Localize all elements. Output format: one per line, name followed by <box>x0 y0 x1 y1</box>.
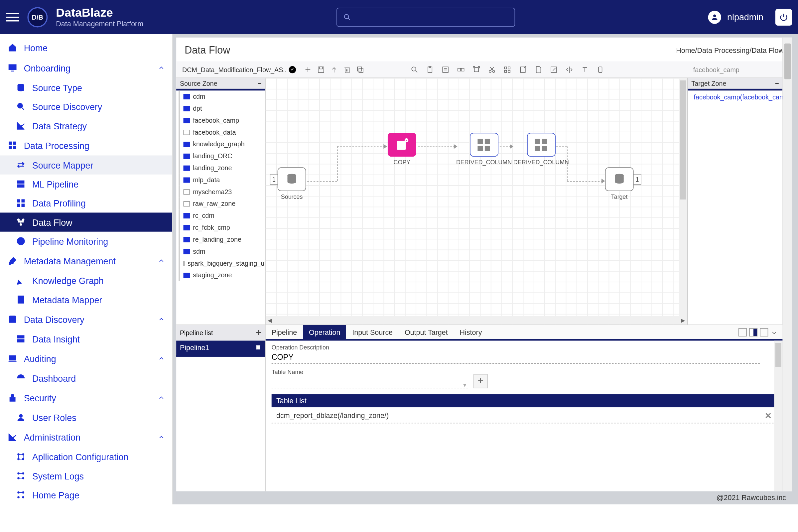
target-tab[interactable]: facebook_camp <box>693 66 789 73</box>
clipboard-icon[interactable] <box>425 64 435 74</box>
add-pipeline-button[interactable]: + <box>256 327 262 338</box>
menu-toggle[interactable] <box>6 10 19 23</box>
logout-button[interactable] <box>775 8 792 25</box>
layout-1-icon[interactable] <box>739 328 747 336</box>
nav-home[interactable]: Home <box>0 38 172 58</box>
source-zone-item[interactable]: knowledge_graph <box>178 138 265 150</box>
folder-icon <box>184 130 190 135</box>
source-zone-item[interactable]: dpt <box>178 102 265 114</box>
tab-operation[interactable]: Operation <box>303 325 346 339</box>
list-icon[interactable] <box>440 64 450 74</box>
nav-home-page[interactable]: Home Page <box>0 486 172 505</box>
source-zone-item[interactable]: myschema23 <box>178 186 265 198</box>
nav-section-metadata[interactable]: Metadata Management <box>0 251 172 271</box>
nav-section-administration[interactable]: Administration <box>0 427 172 447</box>
source-zone-item[interactable]: facebook_camp <box>178 114 265 126</box>
table-name-input[interactable] <box>272 375 468 388</box>
detail-scrollbar[interactable] <box>774 341 782 491</box>
nav-system-logs[interactable]: System Logs <box>0 466 172 485</box>
nav-dashboard[interactable]: Dashboard <box>0 369 172 388</box>
expand-icon[interactable] <box>472 64 481 74</box>
node-derived-column-1[interactable]: DERIVED_COLUMN <box>456 133 512 166</box>
nav-user-roles[interactable]: User Roles <box>0 408 172 427</box>
tab-input-source[interactable]: Input Source <box>346 325 399 339</box>
global-search-input[interactable] <box>337 7 515 26</box>
nav-data-strategy[interactable]: Data Strategy <box>0 116 172 135</box>
nav-source-mapper[interactable]: Source Mapper <box>0 155 172 174</box>
nav-metadata-mapper[interactable]: Metadata Mapper <box>0 290 172 309</box>
file-icon[interactable] <box>533 64 543 74</box>
nav-app-config[interactable]: Apllication Configuration <box>0 447 172 466</box>
source-zone-item[interactable]: staging_zone <box>178 269 265 281</box>
merge-icon[interactable] <box>456 64 466 74</box>
canvas-h-scrollbar[interactable]: ◀▶ <box>266 316 687 324</box>
note-icon[interactable] <box>518 64 528 74</box>
nav-pipeline-monitoring[interactable]: Pipeline Monitoring <box>0 232 172 251</box>
source-zone-item[interactable]: cdm <box>178 91 265 102</box>
nav-source-discovery[interactable]: Source Discovery <box>0 97 172 116</box>
file2-icon[interactable] <box>595 64 605 74</box>
tab-pipeline[interactable]: Pipeline <box>266 325 303 339</box>
main-scrollbar[interactable] <box>782 38 792 491</box>
add-icon[interactable] <box>303 64 313 74</box>
target-zone-item[interactable]: facebook_camp(facebook_camp) <box>688 91 783 103</box>
canvas-v-scrollbar[interactable] <box>679 78 687 316</box>
tab-history[interactable]: History <box>454 325 488 339</box>
save-icon[interactable] <box>317 64 326 74</box>
nav-data-profiling[interactable]: Data Profiling <box>0 193 172 212</box>
source-zone-item[interactable]: landing_zone <box>178 162 265 174</box>
op-desc-input[interactable] <box>272 351 760 364</box>
collapse-icon[interactable]: − <box>258 80 262 87</box>
nav-data-insight[interactable]: Data Insight <box>0 329 172 348</box>
chevron-down-icon[interactable] <box>771 328 779 336</box>
nav-ml-pipeline[interactable]: ML Pipeline <box>0 174 172 193</box>
flow-tab[interactable]: DCM_Data_Modification_Flow_AS.. ✓ <box>180 66 299 73</box>
svg-rect-9 <box>13 141 16 144</box>
nav-section-security[interactable]: Security <box>0 388 172 408</box>
split-h-icon[interactable] <box>564 64 574 74</box>
node-derived-column-2[interactable]: DERIVED_COLUMN <box>513 133 569 166</box>
chevron-up-icon <box>158 63 165 73</box>
add-table-button[interactable]: + <box>474 374 488 388</box>
dropdown-caret-icon[interactable]: ▼ <box>462 382 468 388</box>
nav-section-data-processing[interactable]: Data Processing <box>0 135 172 156</box>
search-icon[interactable] <box>410 64 419 74</box>
nav-section-onboarding[interactable]: Onboarding <box>0 58 172 78</box>
source-zone-panel: Source Zone− cdmdptfacebook_campfacebook… <box>176 78 266 324</box>
upload-icon[interactable] <box>329 64 339 74</box>
source-zone-item[interactable]: facebook_data <box>178 126 265 138</box>
nav-source-type[interactable]: Source Type <box>0 78 172 97</box>
source-zone-item[interactable]: re_landing_zone <box>178 233 265 245</box>
cut-icon[interactable] <box>487 64 496 74</box>
node-copy[interactable]: + COPY <box>388 133 416 166</box>
source-zone-item[interactable]: landing_ORC <box>178 150 265 162</box>
source-zone-item[interactable]: spark_bigquery_staging_us <box>178 258 265 269</box>
source-zone-item[interactable]: rc_cdm <box>178 209 265 222</box>
remove-table-button[interactable]: ✕ <box>765 411 772 421</box>
home-icon <box>7 42 18 53</box>
grid-view-icon[interactable] <box>502 64 512 74</box>
nav-section-auditing[interactable]: Auditing <box>0 348 172 369</box>
layout-2-icon[interactable] <box>749 328 757 336</box>
flow-canvas[interactable]: 1 Sources + COPY DERIVED_COLUMN <box>266 78 687 324</box>
delete-icon[interactable] <box>343 64 353 74</box>
node-sources[interactable]: 1 Sources <box>278 167 306 200</box>
collapse-icon[interactable]: − <box>775 80 779 87</box>
nav-data-flow[interactable]: Data Flow <box>0 212 172 231</box>
source-zone-item[interactable]: rc_fcbk_cmp <box>178 222 265 233</box>
tab-output-target[interactable]: Output Target <box>399 325 454 339</box>
nav-section-discovery[interactable]: Data Discovery <box>0 309 172 329</box>
pipeline-item[interactable]: Pipeline1 <box>176 341 265 357</box>
copy-icon[interactable] <box>356 64 365 74</box>
edit-icon[interactable] <box>549 64 558 74</box>
text-icon[interactable] <box>580 64 590 74</box>
source-zone-item[interactable]: raw_raw_zone <box>178 198 265 210</box>
source-zone-item[interactable]: sdm <box>178 245 265 258</box>
nav-knowledge-graph[interactable]: Knowledge Graph <box>0 271 172 290</box>
breadcrumb[interactable]: Home/Data Processing/Data Flow <box>676 46 784 55</box>
delete-pipeline-icon[interactable] <box>255 343 262 352</box>
layout-3-icon[interactable] <box>760 328 768 336</box>
node-target[interactable]: 1 Target <box>605 167 634 200</box>
source-zone-item[interactable]: mlp_data <box>178 174 265 186</box>
user-avatar-icon[interactable] <box>708 10 721 23</box>
